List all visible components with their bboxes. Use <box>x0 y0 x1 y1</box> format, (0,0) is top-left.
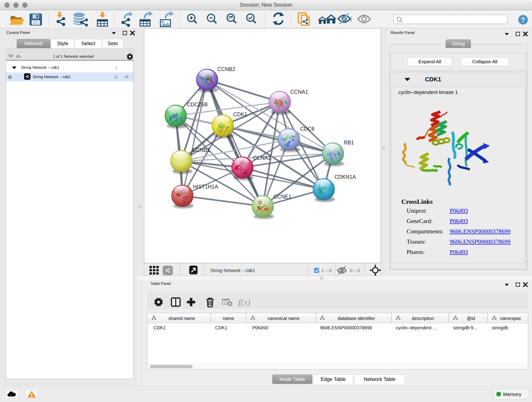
svg-text:description: description <box>412 316 434 321</box>
svg-text:namespac: namespac <box>500 316 521 321</box>
svg-text:@id: @id <box>467 316 475 321</box>
svg-text:shared name: shared name <box>168 316 195 321</box>
svg-text:name: name <box>223 316 234 321</box>
svg-text:database identifier: database identifier <box>338 316 375 321</box>
svg-text:canonical name: canonical name <box>268 316 300 321</box>
